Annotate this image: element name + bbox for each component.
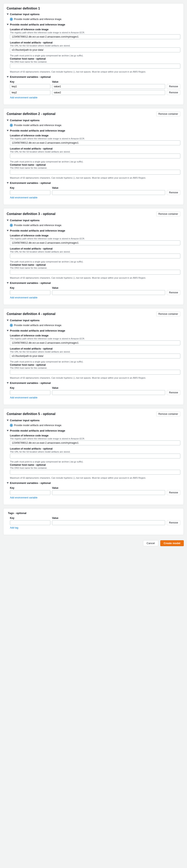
- model-artifacts-field: Location of model artifacts - optionalTh…: [10, 347, 180, 359]
- container-host-name-input[interactable]: [10, 64, 180, 68]
- container-host-name-field: Container host name - optionalThe DNS ho…: [10, 163, 180, 175]
- remove-env-var-button[interactable]: Remove: [167, 190, 180, 195]
- radio-provide-artifacts[interactable]: [10, 18, 13, 21]
- radio-provide-artifacts[interactable]: [10, 424, 13, 427]
- add-env-var-link[interactable]: Add environment variable: [10, 96, 37, 99]
- model-artifacts-section: Provide model artifacts and inference im…: [7, 429, 180, 479]
- env-value-input[interactable]: [52, 90, 165, 95]
- env-key-input[interactable]: [10, 390, 50, 395]
- container-host-name-input[interactable]: [10, 370, 180, 375]
- env-value-input[interactable]: [52, 290, 165, 295]
- add-env-var-link[interactable]: Add environment variable: [10, 296, 37, 299]
- collapse-triangle-icon: [7, 420, 9, 421]
- model-artifacts-title: Provide model artifacts and inference im…: [10, 429, 65, 432]
- env-vars-header[interactable]: Environment variables - optional: [7, 75, 180, 79]
- inference-code-image-input[interactable]: [10, 34, 180, 39]
- model-artifacts-field-label: Location of model artifacts - optional: [10, 447, 180, 450]
- input-options-header[interactable]: Container input options: [7, 119, 180, 122]
- env-vars-header[interactable]: Environment variables - optional: [7, 482, 180, 485]
- add-env-var-link[interactable]: Add environment variable: [10, 196, 37, 199]
- env-key-header: Key: [10, 186, 50, 189]
- path-hint: The path must point to a single gzip com…: [10, 54, 180, 57]
- input-options-header[interactable]: Container input options: [7, 419, 180, 422]
- container-input-options-section: Container input optionsProvide model art…: [7, 319, 180, 327]
- remove-env-var-button[interactable]: Remove: [167, 84, 180, 89]
- model-artifacts-input[interactable]: [10, 454, 180, 459]
- input-options-header[interactable]: Container input options: [7, 13, 180, 16]
- container-host-name-field: Container host name - optionalThe DNS ho…: [10, 464, 180, 475]
- env-vars-header[interactable]: Environment variables - optional: [7, 181, 180, 184]
- model-artifacts-field-label: Location of model artifacts - optional: [10, 147, 180, 150]
- model-artifacts-header[interactable]: Provide model artifacts and inference im…: [7, 229, 180, 232]
- radio-provide-artifacts[interactable]: [10, 324, 13, 327]
- container-host-name-input[interactable]: [10, 470, 180, 475]
- radio-row: Provide model artifacts and inference im…: [10, 224, 180, 227]
- model-artifacts-input[interactable]: [10, 48, 180, 52]
- env-key-input[interactable]: [10, 190, 50, 195]
- cancel-button[interactable]: Cancel: [143, 540, 158, 546]
- add-tag-link[interactable]: Add tag: [10, 526, 18, 529]
- env-value-input[interactable]: [52, 84, 165, 89]
- collapse-triangle-icon: [7, 182, 9, 184]
- create-model-button[interactable]: Create model: [160, 540, 184, 546]
- radio-provide-artifacts[interactable]: [10, 124, 13, 127]
- remove-container-button[interactable]: Remove container: [156, 411, 180, 416]
- env-value-input[interactable]: [52, 490, 165, 495]
- env-vars-header[interactable]: Environment variables - optional: [7, 381, 180, 384]
- model-artifacts-header[interactable]: Provide model artifacts and inference im…: [7, 23, 180, 26]
- container-card-container5: Container definition 5 - optionalRemove …: [3, 408, 184, 505]
- env-value-input[interactable]: [52, 390, 165, 395]
- tag-value-input[interactable]: [52, 520, 165, 525]
- model-artifacts-input[interactable]: [10, 254, 180, 258]
- env-value-header: Value: [52, 386, 180, 389]
- collapse-triangle-icon: [7, 13, 9, 15]
- env-key-input[interactable]: [10, 90, 50, 95]
- add-env-var-link[interactable]: Add environment variable: [10, 496, 37, 499]
- add-env-var-link[interactable]: Add environment variable: [10, 396, 37, 399]
- container-card-container4: Container definition 4 - optionalRemove …: [3, 308, 184, 405]
- model-artifacts-title: Provide model artifacts and inference im…: [10, 329, 65, 332]
- tags-content: KeyValueRemoveAdd tag: [10, 517, 180, 529]
- env-key-input[interactable]: [10, 84, 50, 89]
- env-key-input[interactable]: [10, 490, 50, 495]
- inference-code-image-field: Location of inference code imageThe regi…: [10, 434, 180, 445]
- model-artifacts-input[interactable]: [10, 353, 180, 359]
- remove-env-var-button[interactable]: Remove: [167, 490, 180, 495]
- remove-env-var-button[interactable]: Remove: [167, 290, 180, 295]
- input-options-header[interactable]: Container input options: [7, 219, 180, 222]
- env-vars-title: Environment variables - optional: [10, 75, 51, 79]
- inference-code-image-input[interactable]: [10, 340, 180, 345]
- inference-code-image-input[interactable]: [10, 241, 180, 245]
- env-value-header: Value: [52, 81, 180, 83]
- input-options-header[interactable]: Container input options: [7, 319, 180, 322]
- input-options-content: Provide model artifacts and inference im…: [10, 18, 180, 21]
- inference-code-image-input[interactable]: [10, 141, 180, 145]
- tag-key-input[interactable]: [10, 520, 50, 525]
- env-value-input[interactable]: [52, 190, 165, 195]
- radio-label: Provide model artifacts and inference im…: [14, 324, 62, 327]
- model-artifacts-section: Provide model artifacts and inference im…: [7, 329, 180, 379]
- model-artifacts-header[interactable]: Provide model artifacts and inference im…: [7, 129, 180, 132]
- container-host-name-input[interactable]: [10, 170, 180, 175]
- collapse-triangle-icon: [7, 76, 9, 78]
- remove-container-button[interactable]: Remove container: [156, 212, 180, 216]
- remove-env-var-button[interactable]: Remove: [167, 390, 180, 395]
- model-artifacts-field-hint: The URL for the S3 location where model …: [10, 251, 180, 253]
- env-key-header: Key: [10, 487, 50, 489]
- env-key-input[interactable]: [10, 290, 50, 295]
- inference-code-image-input[interactable]: [10, 440, 180, 445]
- env-vars-header[interactable]: Environment variables - optional: [7, 281, 180, 284]
- model-artifacts-header[interactable]: Provide model artifacts and inference im…: [7, 329, 180, 332]
- inference-code-image-field-label: Location of inference code image: [10, 434, 180, 437]
- remove-env-var-button[interactable]: Remove: [167, 90, 180, 95]
- model-artifacts-input[interactable]: [10, 154, 180, 158]
- container-host-name-input[interactable]: [10, 270, 180, 275]
- model-artifacts-header[interactable]: Provide model artifacts and inference im…: [7, 429, 180, 432]
- container-title: Container definition 5 - optional: [7, 412, 55, 416]
- radio-provide-artifacts[interactable]: [10, 224, 13, 227]
- remove-container-button[interactable]: Remove container: [156, 312, 180, 316]
- remove-tag-button[interactable]: Remove: [167, 520, 180, 525]
- remove-container-button[interactable]: Remove container: [156, 112, 180, 116]
- max-chars-hint: Maximum of 63 alphanumeric characters. C…: [10, 477, 180, 479]
- tags-header[interactable]: Tags - optional: [7, 512, 180, 515]
